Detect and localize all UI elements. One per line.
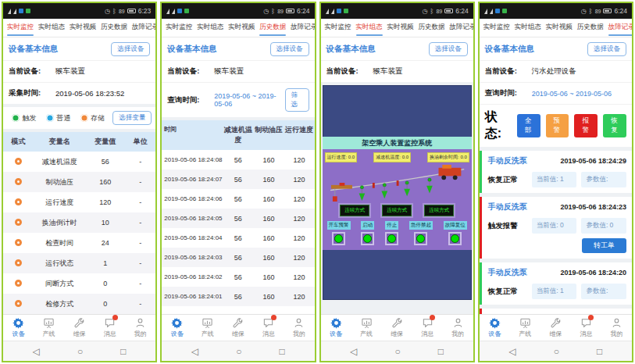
nav-item-device[interactable]: 设备 (480, 317, 510, 338)
tab-item[interactable]: 实时视频 (387, 19, 415, 37)
signal-icon (8, 9, 11, 14)
tab-item[interactable]: 实时组态 (37, 19, 66, 37)
nav-item-maintenance[interactable]: 维保 (223, 317, 253, 338)
table-row: 2019-05-06 18:24:07 56 160 120 (162, 170, 314, 189)
tab-item[interactable]: 历史数据 (418, 19, 446, 37)
mode-select-button[interactable]: 连续方式 (340, 205, 369, 216)
mode-ring-icon (15, 239, 22, 246)
status-filter-button[interactable]: 报警 (574, 114, 598, 137)
alarm-clock-icon: ◷ (581, 8, 587, 15)
nav-item-device[interactable]: 设备 (162, 317, 192, 338)
home-button[interactable]: ○ (554, 346, 559, 357)
signal-icon (326, 9, 329, 14)
filter-button[interactable]: 筛选 (285, 88, 309, 112)
screen-content[interactable]: 设备基本信息 选择设备 当前设备: 猴车装置 查询时间: 2019-05-06 … (162, 37, 314, 314)
home-button[interactable]: ○ (236, 346, 241, 357)
recents-button[interactable]: □ (438, 346, 444, 357)
nav-item-device[interactable]: 设备 (3, 317, 34, 338)
tab-item[interactable]: 故障记录 (608, 19, 632, 37)
variable-name: 检修方式 (34, 299, 85, 309)
home-button[interactable]: ○ (77, 346, 83, 357)
android-nav-bar: ◁ ○ □ (480, 341, 632, 361)
nav-item-messages[interactable]: 消息 (571, 317, 601, 338)
nav-item-messages[interactable]: 消息 (412, 317, 443, 338)
table-row: 2019-05-06 18:24:06 56 160 120 (162, 189, 314, 209)
tab-item[interactable]: 故障记录 (131, 19, 155, 37)
nav-item-profile[interactable]: 我的 (125, 317, 155, 338)
status-filter-button[interactable]: 恢复 (603, 114, 626, 137)
control-pushbutton[interactable] (414, 232, 427, 245)
date-range-value[interactable]: 2019-05-06 ~ 2019-05-06 (532, 90, 612, 98)
nav-item-profile[interactable]: 我的 (284, 317, 314, 338)
select-device-button[interactable]: 选择设备 (111, 42, 150, 56)
tab-item[interactable]: 故障记录 (290, 19, 314, 37)
select-variable-button[interactable]: 选择变量 (112, 111, 152, 125)
nav-item-messages[interactable]: 消息 (95, 317, 125, 338)
tab-item[interactable]: 实时监控 (324, 19, 352, 37)
control-pushbutton[interactable] (361, 232, 374, 245)
tab-item[interactable]: 实时组态 (514, 19, 542, 37)
status-filter-button[interactable]: 预警 (546, 114, 569, 137)
tab-item[interactable]: 实时视频 (545, 19, 573, 37)
nav-item-profile[interactable]: 我的 (601, 317, 632, 338)
tab-item[interactable]: 故障记录 (449, 19, 473, 37)
legend-dot-icon (12, 114, 20, 122)
nav-item-production-line[interactable]: 产线 (34, 317, 64, 338)
back-button[interactable]: ◁ (509, 346, 516, 357)
back-button[interactable]: ◁ (33, 346, 40, 357)
nav-item-production-line[interactable]: 产线 (192, 317, 223, 338)
tab-item[interactable]: 实时组态 (355, 19, 383, 37)
alarm-time: 2019-05-06 18:24:29 (560, 157, 626, 165)
recents-button[interactable]: □ (597, 346, 602, 357)
nav-item-maintenance[interactable]: 维保 (540, 317, 571, 338)
recents-button[interactable]: □ (279, 346, 284, 357)
select-device-button[interactable]: 选择设备 (587, 42, 626, 56)
person-icon (134, 317, 146, 329)
control-pushbutton[interactable] (448, 232, 462, 245)
control-pushbutton[interactable] (385, 232, 398, 245)
date-range-value[interactable]: 2019-05-06 ~ 2019-05-06 (214, 92, 284, 108)
screen-content[interactable]: 设备基本信息 选择设备 当前设备: 猴车装置 架空乘人装置监控系统 运行速度: … (321, 37, 473, 314)
tab-item[interactable]: 实时监控 (6, 19, 34, 37)
recents-button[interactable]: □ (120, 346, 126, 357)
home-button[interactable]: ○ (394, 346, 400, 357)
nav-item-profile[interactable]: 我的 (443, 317, 473, 338)
alarm-card-list: 手动反洗泵 2019-05-06 18:24:29 恢复正常 当前值: 1 参数… (480, 151, 632, 314)
speed-value: 120 (284, 293, 314, 301)
info-label: 当前设备: (326, 66, 373, 77)
tab-item[interactable]: 实时视频 (227, 19, 255, 37)
select-device-button[interactable]: 选择设备 (270, 42, 309, 56)
alarm-card: 手动反洗泵 2019-05-06 18:24:20 恢复正常 当前值: 1 参数… (480, 262, 632, 305)
back-button[interactable]: ◁ (191, 346, 198, 357)
tab-item[interactable]: 实时视频 (69, 19, 97, 37)
back-button[interactable]: ◁ (350, 346, 357, 357)
control-pushbutton[interactable] (332, 232, 345, 245)
mode-select-button[interactable]: 连续方式 (382, 205, 412, 216)
nav-item-production-line[interactable]: 产线 (510, 317, 540, 338)
timestamp: 2019-05-06 18:24:08 (162, 156, 223, 163)
nav-item-messages[interactable]: 消息 (253, 317, 284, 338)
status-filter-button[interactable]: 全部 (517, 114, 540, 137)
tab-item[interactable]: 历史数据 (259, 19, 287, 37)
tab-item[interactable]: 实时监控 (483, 19, 511, 37)
create-work-order-button[interactable]: 转工单 (582, 238, 626, 253)
nav-item-maintenance[interactable]: 维保 (64, 317, 95, 338)
mode-select-button[interactable]: 连续方式 (424, 205, 454, 216)
select-device-button[interactable]: 选择设备 (429, 42, 468, 56)
nav-label: 维保 (391, 330, 403, 338)
current-value-box: 当前值: 1 (532, 284, 577, 299)
tab-item[interactable]: 实时监控 (165, 19, 193, 37)
tab-item[interactable]: 实时组态 (196, 19, 224, 37)
bluetooth-icon: ᛒ (589, 8, 593, 15)
tab-item[interactable]: 历史数据 (100, 19, 128, 37)
nav-item-production-line[interactable]: 产线 (351, 317, 382, 338)
screen-content[interactable]: 设备基本信息 选择设备 当前设备: 污水处理设备 查询时间: 2019-05-0… (480, 37, 632, 314)
battery-percent: 89 (277, 9, 284, 14)
tab-item[interactable]: 历史数据 (576, 19, 605, 37)
nav-item-device[interactable]: 设备 (321, 317, 351, 338)
col-header: 减速机温度 (223, 125, 253, 145)
variable-name: 运行状态 (34, 259, 85, 269)
table-row: 检查时间 24 - (3, 233, 155, 253)
screen-content[interactable]: 设备基本信息 选择设备 当前设备: 猴车装置 采集时间: 2019-05-06 … (3, 37, 155, 314)
nav-item-maintenance[interactable]: 维保 (382, 317, 412, 338)
